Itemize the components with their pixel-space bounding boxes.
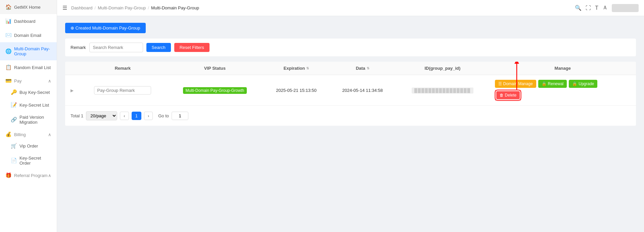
sidebar-group-pay[interactable]: 💳 Pay ∧ <box>0 74 57 86</box>
chevron-up-icon: ∧ <box>48 78 51 83</box>
pagination-goto-label: Go to <box>158 113 169 118</box>
sidebar-item-random-email[interactable]: 📋 Random Email List <box>0 60 57 74</box>
header: ☰ Dashboard / Multi-Domain Pay-Group / M… <box>57 0 644 16</box>
sidebar-sub-label: Key-Secret Order <box>19 156 51 166</box>
sidebar-item-key-secret-list[interactable]: 📝 Key-Secret List <box>0 99 57 111</box>
billing-group-label: Billing <box>14 132 26 137</box>
content-area: ⊕ Created Multi-Domain Pay-Group Remark … <box>57 16 644 232</box>
email-icon: ✉️ <box>5 32 11 38</box>
sidebar-item-dashboard[interactable]: 📊 Dashboard <box>0 14 57 28</box>
filter-remark-label: Remark <box>71 45 86 50</box>
sort-icon-expiration: ⇅ <box>306 66 309 70</box>
per-page-select[interactable]: 20/page 50/page 100/page <box>86 111 117 120</box>
sort-expiration[interactable]: Expiration ⇅ <box>284 66 309 71</box>
breadcrumb-sep1: / <box>95 5 96 10</box>
id-cell: ████████████████ <box>396 75 489 106</box>
col-manage: Manage <box>490 62 636 75</box>
dashboard-icon: 📊 <box>5 18 11 24</box>
upgrade-button[interactable]: 🔒 Upgrade <box>569 80 597 88</box>
sidebar-item-label: Domain Email <box>14 33 41 38</box>
reset-filters-button[interactable]: Reset Filters <box>174 43 210 52</box>
home-icon: 🏠 <box>5 4 11 10</box>
expand-icon[interactable]: ⛶ <box>586 5 591 11</box>
action-row-2: 🗑 Delete <box>495 90 521 101</box>
sidebar-item-vip-order[interactable]: 🛒 Vip Order <box>0 139 57 152</box>
sidebar-group-referral[interactable]: 🎁 Referral Program ∧ <box>0 169 57 180</box>
document-icon: 📄 <box>11 158 17 164</box>
sidebar-item-paid-migration[interactable]: 🔗 Paid Version Migration <box>0 111 57 128</box>
main-content: ☰ Dashboard / Multi-Domain Pay-Group / M… <box>57 0 644 232</box>
remark-cell <box>79 75 167 106</box>
id-value: ████████████████ <box>412 88 473 94</box>
sidebar-item-multi-domain[interactable]: 🌐 Multi-Domain Pay-Group <box>0 42 57 60</box>
sidebar: 🏠 GetMX Home 📊 Dashboard ✉️ Domain Email… <box>0 0 57 232</box>
sort-icon-data: ⇅ <box>367 66 369 70</box>
referral-icon: 🎁 <box>5 172 11 178</box>
sidebar-item-buy-key-secret[interactable]: 🔑 Buy Key-Secret <box>0 86 57 99</box>
key-icon: 🔑 <box>11 89 17 95</box>
search-icon[interactable]: 🔍 <box>575 5 582 11</box>
globe-icon: 🌐 <box>5 48 11 54</box>
col-remark: Remark <box>79 62 167 75</box>
pay-icon: 💳 <box>5 78 11 84</box>
sidebar-item-domain-email[interactable]: ✉️ Domain Email <box>0 28 57 42</box>
upgrade-icon: 🔒 <box>572 81 577 86</box>
data-cell: 2024-05-14 11:34:58 <box>329 75 396 106</box>
sidebar-item-label: Multi-Domain Pay-Group <box>14 46 51 56</box>
sidebar-item-key-secret-order[interactable]: 📄 Key-Secret Order <box>0 152 57 169</box>
pay-group-label: Pay <box>14 78 21 83</box>
vip-status-cell: Multi-Domain Pay-Group-Growth <box>167 75 263 106</box>
delete-icon: 🗑 <box>500 93 504 98</box>
expiration-cell: 2025-05-21 15:13:50 <box>263 75 329 106</box>
order-icon: 🛒 <box>11 143 17 149</box>
table-row: ▶ Multi-Domain Pay-Group-Growth 2025-05-… <box>65 75 636 106</box>
create-button[interactable]: ⊕ Created Multi-Domain Pay-Group <box>65 23 146 33</box>
avatar[interactable] <box>612 4 639 12</box>
breadcrumb-multi-domain[interactable]: Multi-Domain Pay-Group <box>98 5 146 10</box>
expand-icon[interactable]: ▶ <box>71 88 74 93</box>
sidebar-sub-label: Key-Secret List <box>19 103 49 108</box>
renewal-icon: 🔒 <box>542 81 547 86</box>
list-icon: 📋 <box>5 64 11 70</box>
text-icon[interactable]: T <box>595 5 598 11</box>
migration-icon: 🔗 <box>11 117 17 123</box>
col-data: Data ⇅ <box>329 62 396 75</box>
pagination: Total 1 20/page 50/page 100/page ‹ 1 › G… <box>65 106 636 126</box>
header-left: ☰ Dashboard / Multi-Domain Pay-Group / M… <box>62 5 199 11</box>
col-id: ID(group_pay_id) <box>396 62 489 75</box>
pagination-page-1-button[interactable]: 1 <box>132 112 141 120</box>
sidebar-item-label: GetMX Home <box>14 5 41 10</box>
breadcrumb-sep2: / <box>148 5 149 10</box>
manage-cell: ☰ Domain Manage 🔒 Renewal 🔒 <box>490 75 636 106</box>
referral-group-label: Referral Program <box>14 173 48 178</box>
pagination-goto-input[interactable] <box>172 112 188 120</box>
billing-icon: 💰 <box>5 131 11 137</box>
sidebar-item-getmx-home[interactable]: 🏠 GetMX Home <box>0 0 57 14</box>
domain-manage-button[interactable]: ☰ Domain Manage <box>495 80 536 88</box>
sidebar-item-label: Dashboard <box>14 19 36 24</box>
row-expand-cell: ▶ <box>65 75 79 106</box>
menu-icon[interactable]: ☰ <box>62 5 67 11</box>
sort-data[interactable]: Data ⇅ <box>356 66 369 71</box>
data-table: Remark VIP Status Expiration ⇅ Data ⇅ <box>65 62 636 126</box>
sidebar-sub-label: Paid Version Migration <box>19 115 51 125</box>
col-expiration: Expiration ⇅ <box>263 62 329 75</box>
delete-button[interactable]: 🗑 Delete <box>496 91 520 99</box>
remark-input[interactable] <box>94 86 151 95</box>
user-icon[interactable]: Ａ <box>602 4 608 11</box>
pagination-prev-button[interactable]: ‹ <box>120 112 129 120</box>
search-button[interactable]: Search <box>146 43 171 52</box>
pagination-next-button[interactable]: › <box>144 112 153 120</box>
search-remark-input[interactable] <box>89 43 143 52</box>
col-expand <box>65 62 79 75</box>
filter-bar: Remark Search Reset Filters <box>65 39 636 56</box>
pagination-total: Total 1 <box>71 113 83 118</box>
breadcrumb-dashboard[interactable]: Dashboard <box>71 5 93 10</box>
sidebar-group-billing[interactable]: 💰 Billing ∧ <box>0 128 57 139</box>
action-row-1: ☰ Domain Manage 🔒 Renewal 🔒 <box>495 80 598 88</box>
list-icon: 📝 <box>11 102 17 108</box>
chevron-up-icon: ∧ <box>48 173 51 178</box>
sidebar-sub-label: Buy Key-Secret <box>19 90 50 95</box>
vip-badge: Multi-Domain Pay-Group-Growth <box>183 87 247 94</box>
renewal-button[interactable]: 🔒 Renewal <box>538 80 567 88</box>
